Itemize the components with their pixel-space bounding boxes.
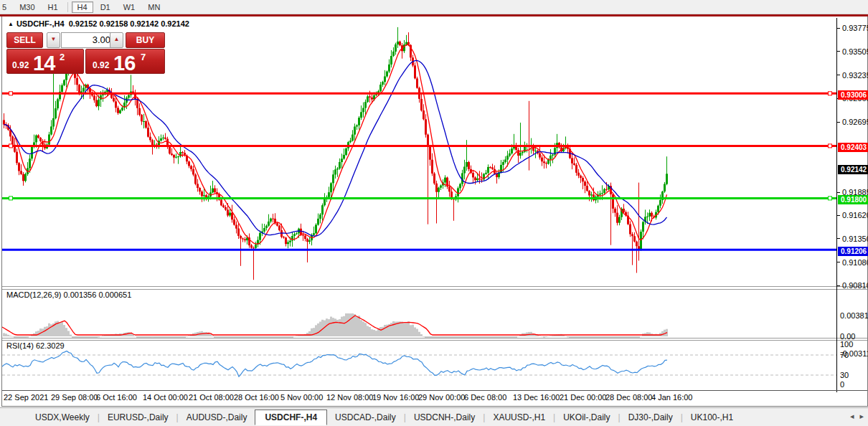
time-axis-label: 12 Nov 08:00 xyxy=(326,393,373,402)
chart-tab-usdcnh-daily[interactable]: USDCNH-,Daily xyxy=(406,410,483,425)
price-tick-label: 0.91080 xyxy=(842,258,868,267)
price-badge: 0.91800 xyxy=(838,195,868,204)
volume-input[interactable]: 3.00 xyxy=(61,32,115,48)
price-tick-mark xyxy=(837,238,840,239)
price-tick-mark xyxy=(837,75,840,75)
time-axis-label: 4 Jan 16:00 xyxy=(651,393,693,402)
chart-tab-uk100-h1[interactable]: UK100-,H1 xyxy=(683,410,741,425)
volume-increase-button[interactable]: ▲ xyxy=(110,32,123,48)
sell-price-main: 14 xyxy=(33,52,55,75)
price-tick-mark xyxy=(837,28,840,29)
chart-tab-ukoil-daily[interactable]: UKOil-,Daily xyxy=(555,410,618,425)
time-axis-label: 13 Dec 16:00 xyxy=(513,393,560,402)
buy-price-main: 16 xyxy=(113,52,135,75)
timeframe-button-m30[interactable]: M30 xyxy=(14,1,40,13)
time-axis-label: 22 Sep 2021 xyxy=(4,393,48,402)
price-tick-mark xyxy=(837,215,840,216)
chart-tab-usdx-weekly[interactable]: USDX,Weekly xyxy=(27,410,98,425)
chart-window: ▲USDCHF-,H4 0.92152 0.92158 0.92142 0.92… xyxy=(1,16,868,407)
price-tick-label: 0.93505 xyxy=(842,47,868,56)
tab-scroll-arrows: ◂▸ xyxy=(844,412,864,421)
toolbar-separator xyxy=(67,2,68,12)
time-axis-label: 6 Oct 16:00 xyxy=(96,393,137,402)
collapse-arrow-icon[interactable]: ▲ xyxy=(8,21,14,27)
chart-symbol-label: USDCHF-,H4 xyxy=(16,19,65,28)
price-tick-label: 0.91350 xyxy=(842,235,868,243)
price-badge: 0.92142 xyxy=(838,165,868,174)
chart-tab-xauusd-h1[interactable]: XAUUSD-,H1 xyxy=(485,410,553,425)
time-axis-label: 21 Dec 00:00 xyxy=(560,393,606,402)
price-tick-label: 0.90810 xyxy=(842,281,868,290)
time-axis-label: 29 Sep 08:00 xyxy=(51,393,98,402)
sell-price-button[interactable]: 0.92 14 2 xyxy=(6,49,84,74)
buy-price-prefix: 0.92 xyxy=(93,60,109,70)
one-click-trading-panel: SELL ▼ 3.00 ▲ BUY 0.92 14 2 0.92 16 7 xyxy=(6,32,165,74)
timeframe-button-d1[interactable]: D1 xyxy=(95,1,116,13)
time-axis-label: 14 Oct 00:00 xyxy=(143,393,188,402)
chart-header: ▲USDCHF-,H4 0.92152 0.92158 0.92142 0.92… xyxy=(8,19,189,28)
timeframe-button-h4[interactable]: H4 xyxy=(72,1,93,13)
chart-ohlc-values: 0.92152 0.92158 0.92142 0.92142 xyxy=(69,19,189,28)
tab-scroll-right-icon[interactable]: ▸ xyxy=(859,412,864,420)
rsi-tick-label: 100 xyxy=(840,340,853,349)
time-axis-label: 6 Dec 08:00 xyxy=(464,393,506,402)
sell-price-prefix: 0.92 xyxy=(12,60,29,70)
chart-tab-eurusd-daily[interactable]: EURUSD-,Daily xyxy=(100,410,176,425)
buy-button[interactable]: BUY xyxy=(126,32,165,48)
price-tick-mark xyxy=(837,122,840,123)
chart-tab-dj30-daily[interactable]: DJ30-,Daily xyxy=(621,410,681,425)
price-tick-label: 0.92695 xyxy=(842,118,868,126)
chart-tab-usdcad-daily[interactable]: USDCAD-,Daily xyxy=(327,410,404,425)
rsi-panel-canvas[interactable] xyxy=(2,340,836,390)
rsi-label: RSI(14) 62.3029 xyxy=(6,341,65,350)
time-axis-label: 28 Dec 08:00 xyxy=(605,393,652,402)
price-badge: 0.92403 xyxy=(838,143,868,152)
rsi-tick-label: 70 xyxy=(840,351,849,359)
price-tick-mark xyxy=(837,51,840,52)
time-axis: 22 Sep 202129 Sep 08:006 Oct 16:0014 Oct… xyxy=(2,390,867,407)
time-axis-label: 5 Nov 00:00 xyxy=(280,393,323,402)
timeframe-toolbar: 5M30H1H4D1W1MN xyxy=(0,0,868,14)
chart-tab-usdchf-h4[interactable]: USDCHF-,H4 xyxy=(255,410,327,425)
time-axis-label: 19 Nov 16:00 xyxy=(372,393,419,402)
rsi-tick-label: 0 xyxy=(840,380,844,389)
tab-scroll-left-icon[interactable]: ◂ xyxy=(850,412,854,420)
price-tick-label: 0.93235 xyxy=(842,71,868,80)
price-tick-label: 0.91620 xyxy=(842,211,868,219)
timeframe-button-5[interactable]: 5 xyxy=(0,1,12,13)
price-badge: 0.93006 xyxy=(838,90,868,100)
volume-decrease-button[interactable]: ▼ xyxy=(47,32,60,48)
macd-label: MACD(12,26,9) 0.001356 0.000651 xyxy=(6,290,131,299)
mt4-terminal: 5M30H1H4D1W1MN ▲USDCHF-,H4 0.92152 0.921… xyxy=(0,0,868,426)
timeframe-button-h1[interactable]: H1 xyxy=(42,1,64,13)
time-axis-label: 28 Oct 16:00 xyxy=(234,393,279,402)
macd-tick-label: 0.003811 xyxy=(840,311,868,320)
buy-price-pip: 7 xyxy=(141,52,146,62)
timeframe-button-w1[interactable]: W1 xyxy=(118,1,141,13)
time-axis-label: 29 Nov 00:00 xyxy=(418,393,465,402)
chart-tab-audusd-daily[interactable]: AUDUSD-,Daily xyxy=(179,410,255,425)
timeframe-button-mn[interactable]: MN xyxy=(142,1,166,13)
time-axis-label: 21 Oct 08:00 xyxy=(189,393,234,402)
buy-price-button[interactable]: 0.92 16 7 xyxy=(85,49,165,74)
price-tick-mark xyxy=(837,192,840,193)
chart-tab-bar: USDX,Weekly|EURUSD-,Daily|AUDUSD-,DailyU… xyxy=(0,407,868,426)
rsi-tick-label: 30 xyxy=(840,371,849,379)
price-tick-mark xyxy=(837,285,840,286)
price-badge: 0.91206 xyxy=(838,247,868,256)
sell-button[interactable]: SELL xyxy=(6,32,43,48)
price-tick-label: 0.93775 xyxy=(842,24,868,32)
sell-price-pip: 2 xyxy=(60,52,65,62)
price-tick-mark xyxy=(837,262,840,262)
